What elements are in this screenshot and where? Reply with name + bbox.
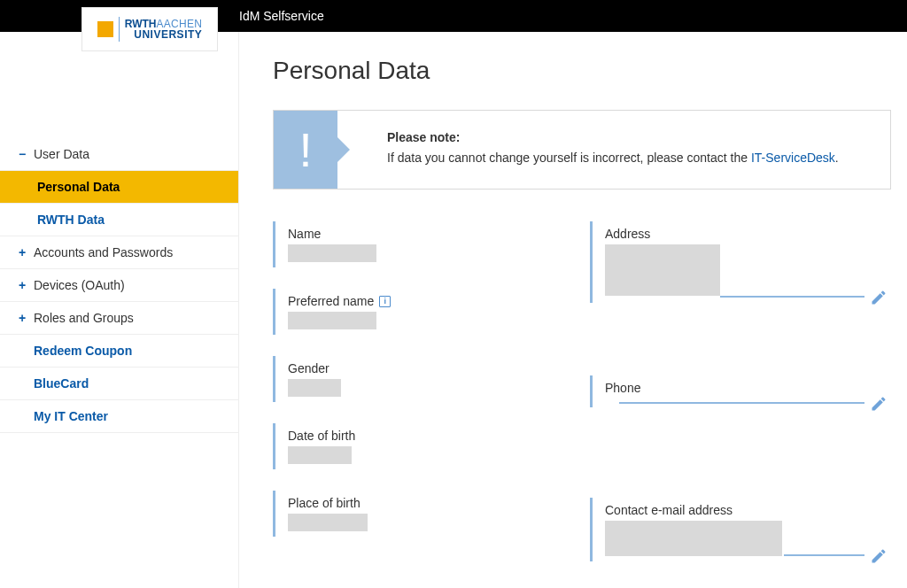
label-name: Name [288, 227, 574, 241]
notice-box: ! Please note: If data you cannot change… [273, 110, 891, 190]
value-address [605, 244, 720, 296]
value-pob [288, 514, 368, 531]
logo[interactable]: RWTHAACHENUNIVERSITY [81, 7, 218, 51]
value-dob [288, 446, 352, 464]
page-title: Personal Data [273, 57, 891, 85]
value-email [605, 521, 782, 556]
field-pob: Place of birth [273, 491, 574, 537]
field-address: Address [590, 221, 891, 303]
it-center-logo-icon [97, 21, 113, 37]
notice-text: Please note: If data you cannot change y… [337, 111, 890, 189]
value-preferred-name [288, 312, 376, 329]
expand-icon: + [16, 245, 28, 259]
field-email: Contact e-mail address [590, 498, 891, 561]
info-icon: ! [274, 111, 337, 189]
sidebar-item-rwth-data[interactable]: RWTH Data [0, 204, 238, 236]
label-phone: Phone [605, 381, 861, 395]
sidebar-item-accounts[interactable]: +Accounts and Passwords [0, 236, 238, 269]
app-title: IdM Selfservice [239, 9, 324, 23]
notice-arrow-icon [337, 137, 350, 162]
value-name [288, 244, 376, 262]
it-servicedesk-link[interactable]: IT-ServiceDesk [751, 151, 835, 165]
edit-phone-button[interactable] [870, 395, 888, 413]
field-dob: Date of birth [273, 423, 574, 469]
rwth-logo-text: RWTHAACHENUNIVERSITY [125, 19, 203, 40]
sidebar-item-bluecard[interactable]: BlueCard [0, 368, 238, 400]
main-content: Personal Data ! Please note: If data you… [239, 32, 907, 588]
edit-email-button[interactable] [870, 547, 888, 565]
field-gender: Gender [273, 356, 574, 402]
label-preferred-name: Preferred namei [288, 294, 574, 308]
logo-separator [119, 17, 120, 42]
expand-icon: + [16, 311, 28, 325]
label-address: Address [605, 227, 861, 241]
label-gender: Gender [288, 361, 574, 375]
pencil-icon [870, 547, 888, 565]
top-bar: RWTHAACHENUNIVERSITY IdM Selfservice [0, 0, 907, 32]
field-name: Name [273, 221, 574, 267]
info-icon[interactable]: i [379, 296, 391, 307]
edit-address-button[interactable] [870, 289, 888, 306]
label-email: Contact e-mail address [605, 503, 861, 517]
sidebar-item-redeem-coupon[interactable]: Redeem Coupon [0, 335, 238, 368]
sidebar: −User Data Personal Data RWTH Data +Acco… [0, 32, 239, 588]
sidebar-item-roles[interactable]: +Roles and Groups [0, 302, 238, 335]
collapse-icon: − [16, 147, 28, 161]
field-phone: Phone [590, 375, 891, 407]
value-gender [288, 379, 341, 397]
expand-icon: + [16, 278, 28, 292]
sidebar-item-my-it-center[interactable]: My IT Center [0, 400, 238, 433]
pencil-icon [870, 395, 888, 413]
field-preferred-name: Preferred namei [273, 289, 574, 335]
sidebar-item-user-data[interactable]: −User Data [0, 138, 238, 171]
pencil-icon [870, 289, 888, 306]
sidebar-item-personal-data[interactable]: Personal Data [0, 171, 238, 204]
label-pob: Place of birth [288, 496, 574, 510]
label-dob: Date of birth [288, 429, 574, 443]
sidebar-item-devices[interactable]: +Devices (OAuth) [0, 269, 238, 302]
